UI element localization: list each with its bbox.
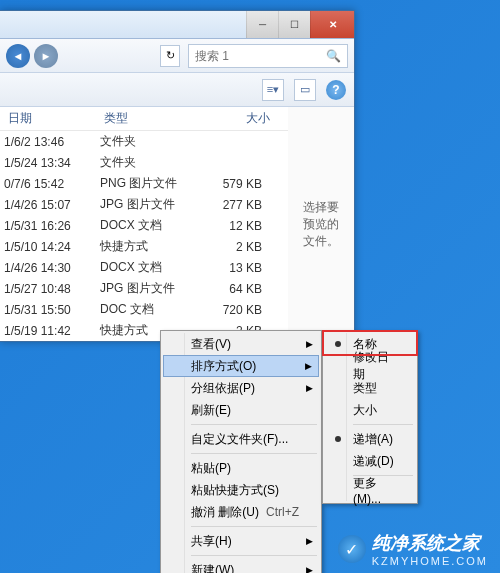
menu-share[interactable]: 共享(H)▶ — [163, 530, 319, 552]
col-type[interactable]: 类型 — [100, 110, 194, 127]
menu-paste-shortcut[interactable]: 粘贴快捷方式(S) — [163, 479, 319, 501]
back-button[interactable]: ◄ — [6, 44, 30, 68]
toolbar: ≡▾ ▭ ? — [0, 73, 354, 107]
cell-date: 1/5/19 11:42 — [4, 324, 100, 338]
preview-pane: 选择要预览的文件。 — [288, 107, 354, 341]
cell-date: 1/5/31 16:26 — [4, 219, 100, 233]
radio-selected-icon — [335, 341, 341, 347]
search-icon: 🔍 — [326, 49, 341, 63]
col-size[interactable]: 大小 — [194, 110, 274, 127]
column-headers[interactable]: 日期 类型 大小 — [0, 107, 288, 131]
menu-undo[interactable]: 撤消 删除(U)Ctrl+Z — [163, 501, 319, 523]
content-area: 日期 类型 大小 1/6/2 13:46文件夹1/5/24 13:34文件夹0/… — [0, 107, 354, 341]
watermark-url: KZMYHOME.COM — [372, 555, 488, 567]
cell-date: 1/5/31 15:50 — [4, 303, 100, 317]
cell-type: DOC 文档 — [100, 301, 194, 318]
table-row[interactable]: 1/4/26 14:30DOCX 文档13 KB — [0, 257, 288, 278]
menu-group[interactable]: 分组依据(P)▶ — [163, 377, 319, 399]
cell-size: 579 KB — [194, 177, 274, 191]
table-row[interactable]: 1/6/2 13:46文件夹 — [0, 131, 288, 152]
cell-size: 13 KB — [194, 261, 274, 275]
radio-selected-icon — [335, 436, 341, 442]
cell-type: DOCX 文档 — [100, 217, 194, 234]
minimize-icon: ─ — [259, 19, 266, 30]
submenu-arrow-icon: ▶ — [306, 339, 313, 349]
menu-refresh[interactable]: 刷新(E) — [163, 399, 319, 421]
cell-date: 1/4/26 15:07 — [4, 198, 100, 212]
cell-size: 12 KB — [194, 219, 274, 233]
cell-size: 720 KB — [194, 303, 274, 317]
table-row[interactable]: 1/5/31 16:26DOCX 文档12 KB — [0, 215, 288, 236]
file-list[interactable]: 日期 类型 大小 1/6/2 13:46文件夹1/5/24 13:34文件夹0/… — [0, 107, 288, 341]
sort-size[interactable]: 大小 — [325, 399, 415, 421]
forward-button[interactable]: ► — [34, 44, 58, 68]
sort-asc[interactable]: 递增(A) — [325, 428, 415, 450]
minimize-button[interactable]: ─ — [246, 11, 278, 38]
cell-date: 1/5/27 10:48 — [4, 282, 100, 296]
table-row[interactable]: 1/4/26 15:07JPG 图片文件277 KB — [0, 194, 288, 215]
table-row[interactable]: 1/5/10 14:24快捷方式2 KB — [0, 236, 288, 257]
cell-size: 2 KB — [194, 240, 274, 254]
menu-new[interactable]: 新建(W)▶ — [163, 559, 319, 573]
maximize-icon: ☐ — [290, 19, 299, 30]
menu-paste[interactable]: 粘贴(P) — [163, 457, 319, 479]
cell-date: 1/5/10 14:24 — [4, 240, 100, 254]
cell-date: 1/5/24 13:34 — [4, 156, 100, 170]
cell-type: JPG 图片文件 — [100, 196, 194, 213]
search-input[interactable] — [195, 49, 322, 63]
help-button[interactable]: ? — [326, 80, 346, 100]
close-icon: ✕ — [329, 19, 337, 30]
cell-date: 0/7/6 15:42 — [4, 177, 100, 191]
sort-desc[interactable]: 递减(D) — [325, 450, 415, 472]
explorer-window: ─ ☐ ✕ ◄ ► ↻ 🔍 ≡▾ ▭ ? 日期 类型 大小 1/6/2 13:4… — [0, 10, 355, 342]
cell-type: 文件夹 — [100, 133, 194, 150]
watermark-text: 纯净系统之家 — [372, 531, 488, 555]
preview-message: 选择要预览的文件。 — [298, 199, 344, 250]
cell-type: PNG 图片文件 — [100, 175, 194, 192]
col-date[interactable]: 日期 — [4, 110, 100, 127]
submenu-arrow-icon: ▶ — [306, 565, 313, 573]
sort-submenu[interactable]: 名称 修改日期 类型 大小 递增(A) 递减(D) 更多(M)... — [322, 330, 418, 504]
cell-type: JPG 图片文件 — [100, 280, 194, 297]
submenu-arrow-icon: ▶ — [305, 361, 312, 371]
titlebar: ─ ☐ ✕ — [0, 11, 354, 39]
sort-more[interactable]: 更多(M)... — [325, 479, 415, 501]
cell-type: DOCX 文档 — [100, 259, 194, 276]
table-row[interactable]: 0/7/6 15:42PNG 图片文件579 KB — [0, 173, 288, 194]
submenu-arrow-icon: ▶ — [306, 383, 313, 393]
logo-icon: ✓ — [338, 535, 366, 563]
nav-bar: ◄ ► ↻ 🔍 — [0, 39, 354, 73]
submenu-arrow-icon: ▶ — [306, 536, 313, 546]
menu-sort[interactable]: 排序方式(O)▶ — [163, 355, 319, 377]
cell-date: 1/6/2 13:46 — [4, 135, 100, 149]
menu-view[interactable]: 查看(V)▶ — [163, 333, 319, 355]
sort-type[interactable]: 类型 — [325, 377, 415, 399]
watermark: ✓ 纯净系统之家 KZMYHOME.COM — [338, 531, 488, 567]
cell-size: 64 KB — [194, 282, 274, 296]
table-row[interactable]: 1/5/27 10:48JPG 图片文件64 KB — [0, 278, 288, 299]
view-options-button[interactable]: ≡▾ — [262, 79, 284, 101]
cell-type: 文件夹 — [100, 154, 194, 171]
sort-date[interactable]: 修改日期 — [325, 355, 415, 377]
maximize-button[interactable]: ☐ — [278, 11, 310, 38]
refresh-button[interactable]: ↻ — [160, 45, 180, 67]
close-button[interactable]: ✕ — [310, 11, 354, 38]
cell-type: 快捷方式 — [100, 238, 194, 255]
context-menu[interactable]: 查看(V)▶ 排序方式(O)▶ 分组依据(P)▶ 刷新(E) 自定义文件夹(F)… — [160, 330, 322, 573]
table-row[interactable]: 1/5/24 13:34文件夹 — [0, 152, 288, 173]
search-box[interactable]: 🔍 — [188, 44, 348, 68]
cell-date: 1/4/26 14:30 — [4, 261, 100, 275]
cell-size: 277 KB — [194, 198, 274, 212]
preview-pane-button[interactable]: ▭ — [294, 79, 316, 101]
menu-custom-folder[interactable]: 自定义文件夹(F)... — [163, 428, 319, 450]
table-row[interactable]: 1/5/31 15:50DOC 文档720 KB — [0, 299, 288, 320]
